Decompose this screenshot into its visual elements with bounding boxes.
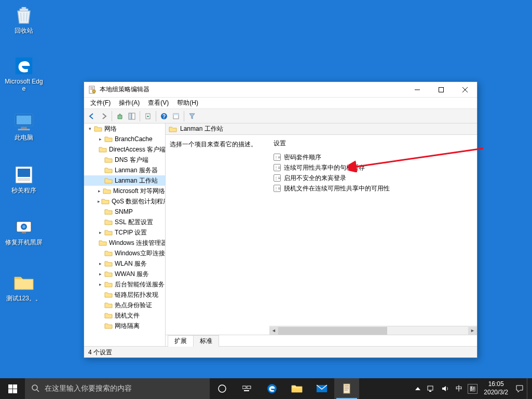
tree-node[interactable]: Windows 连接管理器 [84,238,165,248]
tree-node-label: WWAN 服务 [115,270,149,279]
tree-node[interactable]: DirectAccess 客户端 [84,144,165,155]
tree-node[interactable]: 脱机文件 [84,310,165,321]
menu-file[interactable]: 文件(F) [86,98,115,108]
expand-icon[interactable]: ▸ [98,271,103,277]
taskbar-app-mail[interactable] [309,378,334,399]
search-placeholder: 在这里输入你要搜索的内容 [45,384,132,393]
tree-node-label: 链路层拓扑发现 [115,291,158,299]
search-box[interactable]: 在这里输入你要搜索的内容 [25,378,210,399]
minimize-button[interactable] [405,82,429,97]
tree-node-label: QoS 数据包计划程序 [112,197,166,206]
tray-overflow-button[interactable] [412,378,424,399]
expand-icon[interactable]: ▸ [98,199,100,204]
tree-node-label: 后台智能传送服务 [115,280,165,289]
properties-button[interactable] [170,111,182,122]
network-icon[interactable] [424,378,438,399]
scroll-thumb[interactable] [278,327,387,335]
tree-node[interactable]: ▸TCPIP 设置 [84,227,165,238]
menu-view[interactable]: 查看(V) [144,98,173,108]
tree-node[interactable]: ▸Microsoft 对等网络 [84,186,165,196]
tree-node[interactable]: ▸WWAN 服务 [84,269,165,279]
desktop-icon-edge[interactable]: Microsoft Edge [4,55,44,93]
settings-column-header[interactable]: 设置 [271,139,475,152]
tree-node[interactable]: SSL 配置设置 [84,217,165,227]
horizontal-scrollbar[interactable]: ◄ ► [269,326,477,335]
expand-icon[interactable]: ▸ [98,136,103,142]
taskbar-app-explorer[interactable] [284,378,309,399]
titlebar[interactable]: 本地组策略编辑器 [84,82,477,98]
export-button[interactable] [142,111,154,122]
volume-icon[interactable] [438,378,453,399]
setting-item[interactable]: ⋮≡启用不安全的来宾登录 [271,173,475,183]
tree-node-root[interactable]: ▾网络 [84,123,165,134]
taskbar-app-gpedit[interactable] [334,378,359,399]
tree-node[interactable]: ▸WLAN 服务 [84,258,165,269]
tab-standard[interactable]: 标准 [193,335,219,347]
desktop-icon-recycle-bin[interactable]: 回收站 [4,4,44,34]
desktop-icon-label: 修复开机黑屏 [4,239,44,246]
close-button[interactable] [453,82,477,97]
tree-node[interactable]: Windows立即连接 [84,248,165,258]
policy-icon: ⋮≡ [274,154,281,161]
show-desktop-button[interactable] [527,378,530,399]
svg-rect-30 [13,389,17,393]
toolbar-separator [184,111,184,121]
action-center-icon[interactable] [512,378,527,399]
filter-button[interactable] [186,111,198,122]
setting-item[interactable]: ⋮≡脱机文件在连续可用性共享中的可用性 [271,183,475,194]
tree-node[interactable]: 链路层拓扑发现 [84,290,165,300]
tree-node[interactable]: Lanman 服务器 [84,165,165,175]
svg-rect-34 [247,386,251,389]
scroll-right-arrow-icon[interactable]: ► [468,327,477,335]
desktop-icon-sec-shutdown[interactable]: 秒关程序 [4,164,44,194]
help-button[interactable]: ? [158,111,170,122]
toolbar-separator [156,111,156,121]
folder-icon [104,229,113,236]
expand-icon[interactable]: ▸ [98,230,103,236]
expand-icon [98,323,103,329]
menu-action[interactable]: 操作(A) [115,98,144,108]
forward-button[interactable] [98,111,110,122]
tree-node[interactable]: 热点身份验证 [84,300,165,310]
tree-node[interactable]: 网络隔离 [84,321,165,331]
desktop-icon-repair-boot[interactable]: 修复开机黑屏 [4,216,44,246]
ime-language[interactable]: 中 [453,378,466,399]
taskbar-app-edge[interactable] [260,378,284,399]
scroll-left-arrow-icon[interactable]: ◄ [269,327,278,335]
search-icon [31,384,39,394]
tree-node-label: Microsoft 对等网络 [113,187,165,196]
setting-item[interactable]: ⋮≡密码套件顺序 [271,152,475,162]
task-view-button[interactable] [235,378,260,399]
tree-node[interactable]: ▸后台智能传送服务 [84,279,165,290]
folder-icon [94,125,102,132]
folder-icon [99,239,107,246]
toolbar: ? [84,109,477,123]
desktop-icon-this-pc[interactable]: 此电脑 [4,111,44,141]
menu-help[interactable]: 帮助(H) [173,98,202,108]
start-button[interactable] [0,378,25,399]
tree-node[interactable]: SNMP [84,207,165,217]
tree-node-label: Lanman 工作站 [115,176,158,185]
back-button[interactable] [86,111,98,122]
maximize-button[interactable] [429,82,453,97]
tab-expand[interactable]: 扩展 [168,335,194,347]
setting-item[interactable]: ⋮≡连续可用性共享中的句柄缓存 [271,162,475,173]
svg-text:?: ? [162,114,166,119]
up-button[interactable] [114,111,126,122]
desktop-icon-label: 测试123。。 [4,295,44,302]
ime-mode[interactable]: 翻 [468,384,478,394]
desktop-icon-test-folder[interactable]: 测试123。。 [4,272,44,302]
tree-node[interactable]: DNS 客户端 [84,155,165,165]
tree-node[interactable]: ▸QoS 数据包计划程序 [84,196,165,207]
collapse-icon[interactable]: ▾ [87,126,93,132]
window-title: 本地组策略编辑器 [100,85,405,94]
svg-rect-1 [22,7,26,9]
expand-icon[interactable]: ▸ [98,261,103,267]
cortana-button[interactable] [210,378,235,399]
clock[interactable]: 16:05 2020/3/2 [480,380,512,396]
expand-icon[interactable]: ▸ [98,282,103,287]
show-hide-tree-button[interactable] [126,111,138,122]
tree-node[interactable]: Lanman 工作站 [84,175,165,186]
tree-node[interactable]: ▸BranchCache [84,134,165,144]
expand-icon[interactable]: ▸ [98,188,102,194]
